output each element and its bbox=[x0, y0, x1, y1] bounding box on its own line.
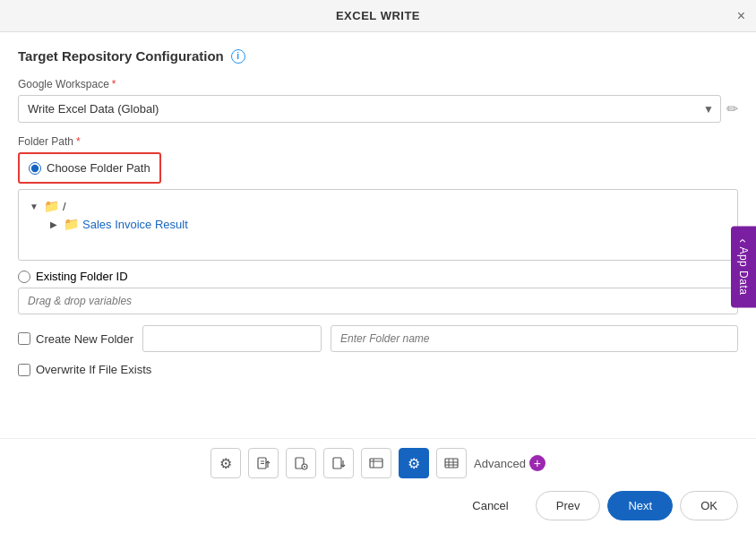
folder-path-section: Folder Path * Choose Folder Path ▼ 📁 / bbox=[18, 135, 738, 314]
next-button[interactable]: Next bbox=[607, 491, 673, 520]
choose-folder-box: Choose Folder Path bbox=[18, 152, 161, 184]
svg-rect-7 bbox=[333, 458, 341, 469]
svg-rect-12 bbox=[445, 459, 458, 468]
choose-folder-radio[interactable] bbox=[29, 162, 41, 175]
choose-folder-radio-label[interactable]: Choose Folder Path bbox=[29, 161, 150, 175]
footer-icon-file-settings[interactable] bbox=[286, 448, 316, 478]
footer-icon-settings2[interactable]: ⚙ bbox=[399, 448, 429, 478]
google-workspace-label: Google Workspace * bbox=[18, 78, 738, 90]
footer-icon-file-upload[interactable] bbox=[248, 448, 279, 478]
section-title-text: Target Repository Configuration bbox=[18, 48, 224, 64]
create-folder-label[interactable]: Create New Folder bbox=[18, 332, 133, 346]
root-folder-icon: 📁 bbox=[44, 199, 59, 213]
app-data-tab[interactable]: ‹ App Data bbox=[731, 226, 756, 307]
svg-rect-9 bbox=[370, 459, 382, 468]
create-folder-text: Create New Folder bbox=[36, 332, 133, 346]
google-workspace-row: Write Excel Data (Global) ▼ ✏ bbox=[18, 95, 738, 123]
existing-folder-section: Existing Folder ID bbox=[18, 270, 738, 314]
advanced-plus-icon: + bbox=[529, 455, 546, 471]
choose-folder-text: Choose Folder Path bbox=[47, 161, 150, 175]
folder-name-input[interactable] bbox=[331, 325, 738, 352]
footer-icon-file-config[interactable] bbox=[361, 448, 391, 478]
footer-icon-settings1[interactable]: ⚙ bbox=[210, 448, 241, 478]
section-title: Target Repository Configuration i bbox=[18, 48, 738, 64]
footer-icon-table[interactable] bbox=[436, 448, 467, 478]
close-button[interactable]: × bbox=[737, 9, 745, 23]
overwrite-row: Overwrite If File Exists bbox=[18, 363, 738, 376]
footer-buttons: Cancel Prev Next OK bbox=[0, 484, 756, 533]
tree-child-item: ▶ 📁 Sales Invoice Result bbox=[47, 215, 728, 233]
tree-child-toggle[interactable]: ▶ bbox=[47, 218, 60, 230]
footer-icon-file-export[interactable] bbox=[323, 448, 354, 478]
existing-folder-radio-row: Existing Folder ID bbox=[18, 270, 738, 283]
cancel-button[interactable]: Cancel bbox=[452, 492, 528, 520]
tree-root-item: ▼ 📁 / bbox=[28, 197, 728, 215]
modal-header: EXCEL WRITE × bbox=[0, 0, 756, 32]
create-folder-row: Create New Folder //Sales Invoice Result… bbox=[18, 325, 738, 352]
existing-folder-input[interactable] bbox=[18, 288, 738, 314]
ok-button[interactable]: OK bbox=[680, 491, 738, 520]
advanced-label: Advanced bbox=[474, 457, 526, 470]
child-folder-label[interactable]: Sales Invoice Result bbox=[82, 218, 188, 231]
existing-folder-radio[interactable] bbox=[18, 271, 30, 283]
modal: EXCEL WRITE × Target Repository Configur… bbox=[0, 0, 756, 533]
svg-point-6 bbox=[304, 466, 305, 468]
existing-folder-label: Existing Folder ID bbox=[36, 270, 128, 283]
modal-body: Target Repository Configuration i Google… bbox=[0, 32, 756, 438]
google-workspace-select[interactable]: Write Excel Data (Global) bbox=[18, 95, 721, 123]
app-data-label: App Data bbox=[737, 246, 750, 295]
tree-root-toggle[interactable]: ▼ bbox=[28, 200, 40, 212]
overwrite-text: Overwrite If File Exists bbox=[36, 363, 151, 376]
tree-container: ▼ 📁 / ▶ 📁 Sales Invoice Result bbox=[18, 189, 738, 261]
tree-child-container: ▶ 📁 Sales Invoice Result bbox=[47, 215, 728, 233]
child-folder-icon: 📁 bbox=[64, 217, 79, 231]
create-folder-checkbox[interactable] bbox=[18, 332, 30, 345]
google-workspace-select-wrapper: Write Excel Data (Global) ▼ bbox=[18, 95, 721, 123]
modal-title: EXCEL WRITE bbox=[336, 9, 420, 22]
folder-path-input[interactable]: //Sales Invoice Result/ bbox=[142, 325, 322, 352]
overwrite-checkbox[interactable] bbox=[18, 364, 30, 376]
folder-path-label: Folder Path * bbox=[18, 135, 738, 148]
overwrite-label[interactable]: Overwrite If File Exists bbox=[18, 363, 151, 376]
prev-button[interactable]: Prev bbox=[536, 491, 601, 520]
footer-icons-row: ⚙ bbox=[0, 438, 756, 484]
info-icon[interactable]: i bbox=[231, 49, 245, 64]
advanced-button[interactable]: Advanced + bbox=[474, 455, 546, 471]
edit-icon[interactable]: ✏ bbox=[726, 100, 738, 117]
root-folder-label: / bbox=[63, 200, 66, 213]
app-data-chevron-icon: ‹ bbox=[736, 238, 751, 243]
